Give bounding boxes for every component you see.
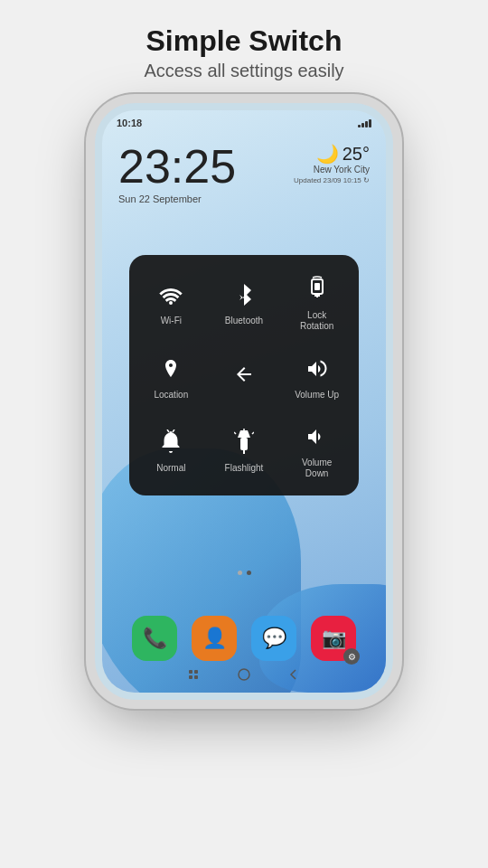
quick-grid: Wi-Fi Bluetooth xyxy=(136,264,352,486)
date-text: Sun 22 September xyxy=(118,193,236,204)
dock-contacts-icon[interactable]: 👤 xyxy=(192,616,237,661)
weather-updated: Updated 23/09 10:15 ↻ xyxy=(294,176,370,184)
rotation-lock-icon xyxy=(301,273,333,306)
quick-item-wifi[interactable]: Wi-Fi xyxy=(136,264,206,339)
weather-widget: 🌙 25° New York City Updated 23/09 10:15 … xyxy=(294,143,370,184)
signal-bar-3 xyxy=(365,121,368,127)
signal-bar-4 xyxy=(369,119,371,127)
svg-rect-8 xyxy=(189,670,192,674)
clock-area: 23:25 Sun 22 September 🌙 25° New York Ci… xyxy=(102,143,386,204)
nav-menu-button[interactable] xyxy=(188,668,201,681)
quick-item-location[interactable]: Location xyxy=(136,343,206,408)
dock-camera-icon[interactable]: 📷 ⚙ xyxy=(311,616,356,661)
dot-2 xyxy=(247,571,251,575)
volume-up-icon xyxy=(301,353,333,385)
bluetooth-label: Bluetooth xyxy=(225,316,263,326)
main-clock: 23:25 xyxy=(118,143,236,190)
quick-item-rotation[interactable]: Lock Rotation xyxy=(282,264,352,339)
bluetooth-icon xyxy=(228,278,260,311)
phone-mockup: 10:18 23:25 Sun 22 September xyxy=(95,103,393,700)
phone-screen: 10:18 23:25 Sun 22 September xyxy=(102,110,386,693)
quick-item-arrow[interactable] xyxy=(210,343,279,408)
volume-down-icon xyxy=(301,420,333,453)
nav-home-button[interactable] xyxy=(237,667,251,682)
app-header: Simple Switch Access all settings easily xyxy=(126,0,361,98)
dot-1 xyxy=(238,571,242,575)
bell-label: Normal xyxy=(156,463,185,474)
app-subtitle: Access all settings easily xyxy=(144,61,343,81)
dock-messages-icon[interactable]: 💬 xyxy=(251,616,296,661)
status-icons xyxy=(358,118,371,127)
status-bar: 10:18 xyxy=(102,110,386,136)
signal-bar-1 xyxy=(358,125,361,127)
bell-icon xyxy=(155,426,187,458)
svg-rect-3 xyxy=(240,438,248,450)
weather-temp: 25° xyxy=(343,144,370,165)
signal-bar-2 xyxy=(361,123,364,127)
status-time: 10:18 xyxy=(117,118,142,128)
quick-item-bluetooth[interactable]: Bluetooth xyxy=(210,264,279,339)
quick-item-flashlight[interactable]: Flashlight xyxy=(210,411,279,486)
flashlight-label: Flashlight xyxy=(225,463,264,474)
svg-rect-1 xyxy=(314,283,320,290)
dock-phone-icon[interactable]: 📞 xyxy=(132,616,177,661)
svg-point-12 xyxy=(239,669,249,680)
wifi-label: Wi-Fi xyxy=(161,316,182,326)
svg-marker-2 xyxy=(238,430,250,438)
location-label: Location xyxy=(154,390,188,401)
arrow-icon xyxy=(228,358,260,391)
nav-bar xyxy=(102,664,386,685)
weather-moon-icon: 🌙 xyxy=(316,143,339,165)
bottom-dock: 📞 👤 💬 📷 ⚙ xyxy=(102,616,386,661)
svg-rect-9 xyxy=(194,670,198,674)
rotation-lock-label: Lock Rotation xyxy=(300,310,333,332)
weather-city: New York City xyxy=(294,165,370,175)
quick-item-volume-down[interactable]: Volume Down xyxy=(282,411,352,486)
location-icon xyxy=(155,353,187,385)
quick-item-bell[interactable]: Normal xyxy=(136,411,206,486)
signal-icon xyxy=(358,118,371,127)
volume-up-label: Volume Up xyxy=(295,390,339,401)
weather-top: 🌙 25° xyxy=(294,143,370,165)
quick-item-volume-up[interactable]: Volume Up xyxy=(282,343,352,408)
svg-line-5 xyxy=(234,432,236,434)
svg-rect-10 xyxy=(189,675,192,679)
nav-back-button[interactable] xyxy=(287,668,300,681)
clock-section: 23:25 Sun 22 September xyxy=(118,143,236,204)
volume-down-label: Volume Down xyxy=(302,458,332,479)
page-indicator xyxy=(102,571,386,575)
phone-frame: 10:18 23:25 Sun 22 September xyxy=(95,103,393,700)
wifi-icon xyxy=(155,278,187,311)
quick-settings-panel: Wi-Fi Bluetooth xyxy=(129,255,359,495)
svg-rect-11 xyxy=(194,675,198,679)
svg-line-6 xyxy=(252,432,254,434)
flashlight-icon xyxy=(228,426,260,458)
app-title: Simple Switch xyxy=(144,25,343,57)
